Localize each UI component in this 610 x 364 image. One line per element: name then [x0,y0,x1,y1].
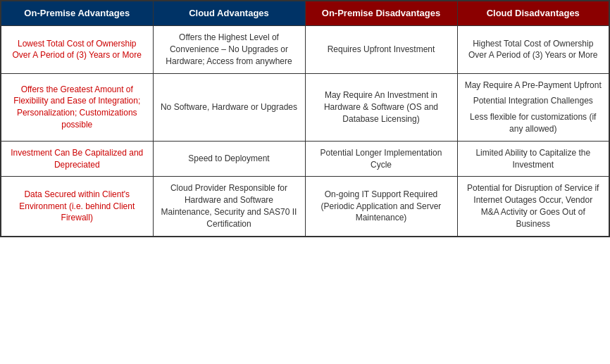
table-cell: Cloud Provider Responsible for Hardware … [153,177,305,237]
column-header: Cloud Advantages [153,1,305,26]
table-cell: Investment Can Be Capitalized and Deprec… [1,141,153,177]
table-cell: On-going IT Support Required (Periodic A… [305,177,457,237]
table-cell: No Software, Hardware or Upgrades [153,73,305,141]
table-cell: May Require An Investment in Hardware & … [305,73,457,141]
table-cell: Data Secured within Client's Environment… [1,177,153,237]
column-header: On-Premise Advantages [1,1,153,26]
table-cell: Speed to Deployment [153,141,305,177]
column-header: Cloud Disadvantages [457,1,609,26]
table-row: Lowest Total Cost of Ownership Over A Pe… [1,26,609,73]
table-cell: Requires Upfront Investment [305,26,457,73]
table-row: Data Secured within Client's Environment… [1,177,609,237]
table-cell: Limited Ability to Capitalize the Invest… [457,141,609,177]
table-cell: Potential Longer Implementation Cycle [305,141,457,177]
table-cell: Offers the Greatest Amount of Flexibilit… [1,73,153,141]
table-row: Investment Can Be Capitalized and Deprec… [1,141,609,177]
table-cell: Lowest Total Cost of Ownership Over A Pe… [1,26,153,73]
table-cell: Highest Total Cost of Ownership Over A P… [457,26,609,73]
column-header: On-Premise Disadvantages [305,1,457,26]
table-cell: Offers the Highest Level of Convenience … [153,26,305,73]
comparison-table: On-Premise AdvantagesCloud AdvantagesOn-… [0,0,610,237]
table-row: Offers the Greatest Amount of Flexibilit… [1,73,609,141]
table-cell: May Require A Pre-Payment UpfrontPotenti… [457,73,609,141]
table-cell: Potential for Disruption of Service if I… [457,177,609,237]
